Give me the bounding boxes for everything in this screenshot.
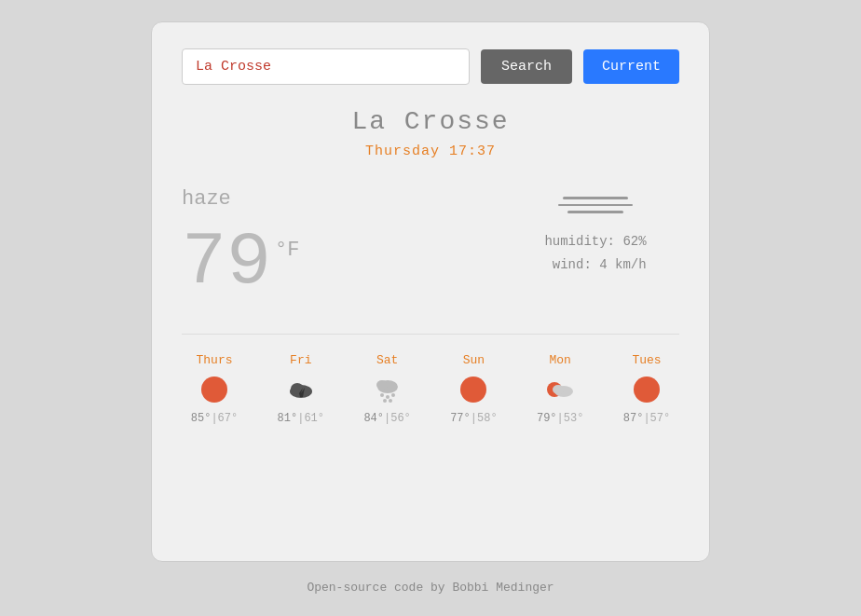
svg-point-10 <box>389 399 392 403</box>
forecast-row: Thurs85°|67°Fri 81°|61°Sat 84°|56°Sun77°… <box>182 334 679 425</box>
city-search-input[interactable] <box>182 48 470 85</box>
weather-main: haze 79 °F humidity: 62% wind: <box>182 187 679 300</box>
day-temps: 84°|56° <box>363 412 410 425</box>
day-label: Sun <box>463 353 485 367</box>
temperature-value: 79 <box>182 226 271 300</box>
svg-point-0 <box>201 376 227 403</box>
day-temps: 77°|58° <box>450 412 497 425</box>
svg-point-7 <box>386 395 390 399</box>
forecast-day: Sat 84°|56° <box>355 353 420 425</box>
svg-point-5 <box>376 380 388 390</box>
forecast-day: Mon 79°|53° <box>527 353 593 425</box>
day-icon <box>286 375 316 404</box>
city-name: La Crosse <box>182 107 679 136</box>
humidity-label: humidity: <box>544 234 615 249</box>
wind-label: wind: <box>553 257 592 272</box>
day-label: Fri <box>290 353 311 367</box>
temperature-row: 79 °F <box>182 226 512 300</box>
top-bar: Search Current <box>182 48 679 85</box>
day-icon <box>199 375 229 404</box>
current-button[interactable]: Current <box>583 49 679 84</box>
condition-text: haze <box>182 187 512 211</box>
forecast-day: Sun77°|58° <box>441 353 506 425</box>
wind-value: 4 km/h <box>599 257 646 272</box>
search-button[interactable]: Search <box>481 49 572 84</box>
haze-line-1 <box>563 197 628 199</box>
forecast-day: Thurs85°|67° <box>182 353 247 425</box>
weather-left: haze 79 °F <box>182 187 512 300</box>
svg-point-14 <box>553 385 564 394</box>
day-label: Thurs <box>196 353 232 367</box>
day-icon <box>632 375 662 404</box>
svg-point-15 <box>634 376 660 403</box>
svg-point-9 <box>383 399 387 403</box>
haze-line-3 <box>567 211 623 213</box>
day-temps: 85°|67° <box>191 412 238 425</box>
weather-card: Search Current La Crosse Thursday 17:37 … <box>151 21 710 562</box>
humidity-wind: humidity: 62% wind: 4 km/h <box>544 230 646 277</box>
humidity-value: 62% <box>622 234 646 249</box>
day-temps: 81°|61° <box>278 412 324 425</box>
forecast-day: Tues87°|57° <box>614 353 679 425</box>
day-icon <box>373 375 403 404</box>
svg-point-8 <box>391 393 395 397</box>
humidity-row: humidity: 62% <box>544 230 646 253</box>
weather-right: humidity: 62% wind: 4 km/h <box>512 187 679 277</box>
day-icon <box>458 375 488 404</box>
svg-point-11 <box>460 376 486 403</box>
day-label: Mon <box>549 353 570 367</box>
day-temps: 87°|57° <box>623 412 670 425</box>
date-time: Thursday 17:37 <box>182 144 679 159</box>
wind-row: wind: 4 km/h <box>544 253 646 277</box>
day-label: Sat <box>376 353 398 367</box>
temperature-unit: °F <box>275 239 299 262</box>
day-icon <box>545 375 575 404</box>
forecast-day: Fri 81°|61° <box>268 353 334 425</box>
haze-line-2 <box>558 204 633 207</box>
day-label: Tues <box>632 353 661 367</box>
svg-point-6 <box>380 393 384 397</box>
footer-text: Open-source code by Bobbi Medinger <box>307 581 554 595</box>
haze-icon <box>558 197 633 213</box>
day-temps: 79°|53° <box>537 412 583 425</box>
